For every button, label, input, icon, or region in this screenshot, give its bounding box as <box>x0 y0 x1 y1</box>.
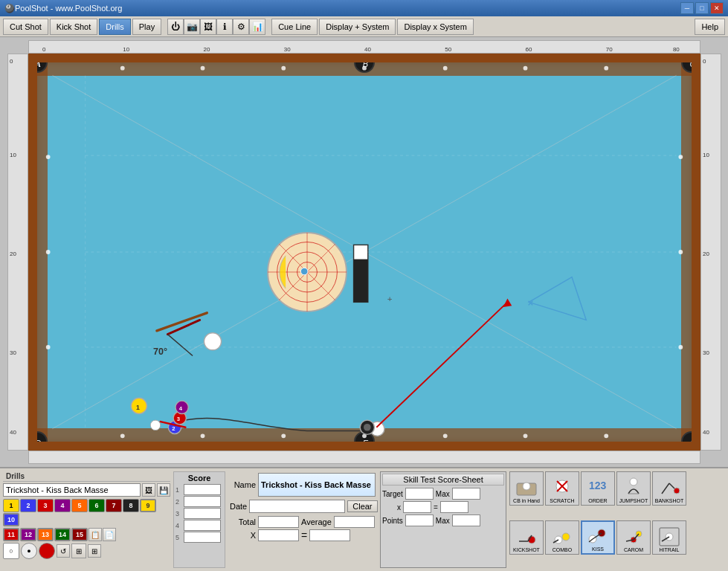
bankshot-label: BANKSHOT <box>655 498 684 503</box>
cb-in-hand-label: CB in Hand <box>513 498 540 503</box>
ball-1[interactable]: 1 <box>3 499 19 512</box>
rotate-icon[interactable]: ↺ <box>57 544 70 558</box>
result-input[interactable] <box>309 529 350 541</box>
cue-line-button[interactable]: Cue Line <box>271 19 318 35</box>
svg-text:50: 50 <box>445 46 451 53</box>
svg-point-36 <box>45 345 50 349</box>
kickshot-btn[interactable]: KICKSHOT <box>509 520 544 555</box>
score-input-5[interactable] <box>184 532 221 543</box>
close-button[interactable]: ✕ <box>710 2 724 14</box>
pool-table: A B C D E <box>28 54 700 451</box>
score-input-4[interactable] <box>184 520 221 531</box>
x-input[interactable] <box>258 529 299 541</box>
cb-in-hand-btn[interactable]: CB in Hand <box>509 471 544 506</box>
max2-label: Max <box>436 517 450 525</box>
settings-sm-icon[interactable]: ⊞ <box>71 543 86 558</box>
ball-11[interactable]: 11 <box>3 528 19 541</box>
combo-btn[interactable]: COMBO <box>545 520 579 555</box>
max-input[interactable] <box>452 488 480 500</box>
copy-icon[interactable]: 📄 <box>103 528 116 541</box>
gray-ball[interactable]: ● <box>21 543 37 559</box>
score-num-4: 4 <box>175 522 183 529</box>
ball-2[interactable]: 2 <box>20 499 36 512</box>
max-label: Max <box>436 490 450 498</box>
info-icon[interactable]: ℹ <box>216 19 233 35</box>
svg-point-63 <box>150 420 160 430</box>
white-ball[interactable]: ○ <box>3 543 19 559</box>
average-label: Average <box>301 517 332 526</box>
drills-save-icon[interactable]: 💾 <box>157 483 170 497</box>
ball-10[interactable]: 10 <box>3 513 19 526</box>
drills-title-input[interactable] <box>3 483 141 497</box>
svg-point-20 <box>120 66 124 71</box>
list-icon[interactable]: 📋 <box>88 528 102 541</box>
ball-15[interactable]: 15 <box>71 528 88 541</box>
display-x-button[interactable]: Display x System <box>397 19 473 35</box>
cut-shot-button[interactable]: Cut Shot <box>3 19 48 35</box>
svg-point-85 <box>523 483 530 490</box>
drills-label: Drills <box>3 471 170 482</box>
drills-button[interactable]: Drills <box>99 19 130 35</box>
display-plus-button[interactable]: Display + System <box>319 19 396 35</box>
svg-point-31 <box>442 433 447 438</box>
help-button[interactable]: Help <box>695 19 725 35</box>
score-row-1: 1 <box>175 484 223 495</box>
eq-result[interactable] <box>440 501 468 513</box>
svg-text:+: + <box>387 294 392 303</box>
svg-text:20: 20 <box>703 251 709 257</box>
average-input[interactable] <box>334 516 375 528</box>
ball-grid-row2: 11 12 13 14 15 📋 📄 <box>3 528 170 541</box>
red-ball[interactable] <box>39 543 55 559</box>
ball-7[interactable]: 7 <box>106 499 122 512</box>
kiss-btn[interactable]: KISS <box>581 520 615 555</box>
bankshot-btn[interactable]: BANKSHOT <box>652 471 686 506</box>
order-btn[interactable]: 123 ORDER <box>581 471 615 506</box>
minimize-button[interactable]: ─ <box>680 2 694 14</box>
ball-13[interactable]: 13 <box>37 528 54 541</box>
max2-input[interactable] <box>452 514 480 526</box>
total-input[interactable] <box>258 516 299 528</box>
score-input-3[interactable] <box>184 508 221 519</box>
toolbar: Cut Shot Kick Shot Drills Play ⏻ 📷 🖼 ℹ ⚙… <box>0 16 728 37</box>
jumpshot-btn[interactable]: JUMPSHOT <box>616 471 651 506</box>
x-val-input[interactable] <box>403 501 431 513</box>
ball-12[interactable]: 12 <box>20 528 36 541</box>
ball-6[interactable]: 6 <box>88 499 105 512</box>
maximize-button[interactable]: □ <box>695 2 709 14</box>
x-label2: x <box>397 503 401 512</box>
svg-text:20: 20 <box>203 46 210 53</box>
ball-8[interactable]: 8 <box>123 499 139 512</box>
picture-icon[interactable]: 🖼 <box>200 19 216 35</box>
score-input-1[interactable] <box>184 484 221 495</box>
scratch-btn[interactable]: SCRATCH <box>545 471 579 506</box>
score-input-2[interactable] <box>184 496 221 507</box>
camera-icon[interactable]: 📷 <box>184 19 200 35</box>
svg-text:0: 0 <box>42 46 46 53</box>
svg-text:30: 30 <box>703 349 709 356</box>
target-input[interactable] <box>405 488 434 500</box>
drills-image-icon[interactable]: 🖼 <box>142 483 155 497</box>
ball-4[interactable]: 4 <box>54 499 71 512</box>
ball-3[interactable]: 3 <box>37 499 54 512</box>
ball-9[interactable]: 9 <box>140 499 156 512</box>
kick-shot-button[interactable]: Kick Shot <box>50 19 97 35</box>
svg-text:30: 30 <box>283 46 290 53</box>
date-input[interactable] <box>249 500 345 513</box>
power-icon[interactable]: ⏻ <box>167 19 184 35</box>
clear-button[interactable]: Clear <box>347 500 377 512</box>
hitrail-btn[interactable]: HITRAIL <box>652 520 686 555</box>
svg-point-38 <box>678 250 683 254</box>
svg-text:20: 20 <box>10 251 16 257</box>
settings-icon[interactable]: ⚙ <box>233 19 249 35</box>
svg-point-25 <box>523 66 527 71</box>
play-button[interactable]: Play <box>132 19 161 35</box>
skill-title: Skill Test Score-Sheet <box>382 474 504 485</box>
grid-icon[interactable]: ⊞ <box>88 544 101 558</box>
ball-14[interactable]: 14 <box>54 528 71 541</box>
chart-icon[interactable]: 📊 <box>249 19 265 35</box>
ball-5[interactable]: 5 <box>71 499 88 512</box>
points-input[interactable] <box>405 514 434 526</box>
svg-text:2: 2 <box>172 425 175 432</box>
name-date-section: Name Trickshot - Kiss Back Masse Date Cl… <box>228 471 377 568</box>
carom-btn[interactable]: CAROM <box>616 520 651 555</box>
